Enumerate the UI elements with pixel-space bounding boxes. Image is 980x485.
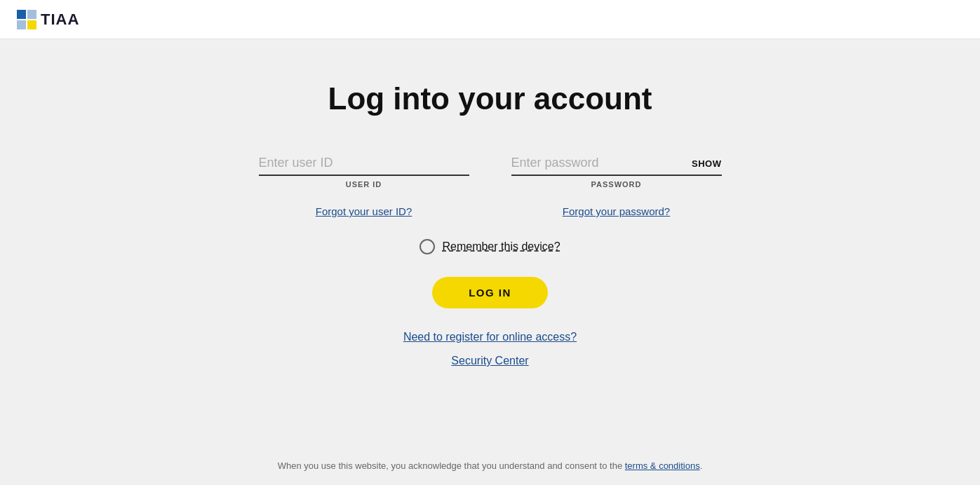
password-link-group: Forgot your password? <box>511 205 722 218</box>
forgot-password-link[interactable]: Forgot your password? <box>563 205 670 217</box>
bottom-links: Need to register for online access? Secu… <box>403 331 577 367</box>
terms-conditions-link[interactable]: terms & conditions <box>625 460 700 471</box>
logo: TIAA <box>17 10 79 29</box>
footer: When you use this website, you acknowled… <box>0 446 980 485</box>
tiaa-logo-icon <box>17 10 36 29</box>
password-input-wrapper: SHOW <box>511 151 722 176</box>
userid-input[interactable] <box>259 151 469 176</box>
userid-label: USER ID <box>259 180 469 189</box>
links-row: Forgot your user ID? Forgot your passwor… <box>259 205 722 218</box>
forgot-userid-link[interactable]: Forgot your user ID? <box>316 205 412 217</box>
userid-input-wrapper <box>259 151 469 176</box>
page-title: Log into your account <box>328 81 652 116</box>
show-password-button[interactable]: SHOW <box>692 158 721 169</box>
svg-rect-0 <box>17 10 26 19</box>
remember-device-label[interactable]: Remember this device? <box>442 240 560 253</box>
password-field-group: SHOW PASSWORD <box>511 151 722 189</box>
remember-device-checkbox[interactable] <box>419 239 435 254</box>
fields-row: USER ID SHOW PASSWORD <box>259 151 722 189</box>
password-input[interactable] <box>511 151 722 176</box>
login-form: USER ID SHOW PASSWORD Forgot your user I… <box>0 151 980 331</box>
svg-rect-2 <box>17 20 26 29</box>
userid-link-group: Forgot your user ID? <box>259 205 469 218</box>
userid-field-group: USER ID <box>259 151 469 189</box>
login-button[interactable]: LOG IN <box>432 277 548 308</box>
register-link[interactable]: Need to register for online access? <box>403 331 577 343</box>
logo-text: TIAA <box>41 11 79 29</box>
svg-rect-3 <box>27 20 36 29</box>
security-center-link[interactable]: Security Center <box>451 355 528 367</box>
header: TIAA <box>0 0 980 39</box>
remember-row: Remember this device? <box>419 239 560 254</box>
footer-text-before: When you use this website, you acknowled… <box>278 460 625 471</box>
password-label: PASSWORD <box>511 180 722 189</box>
footer-text-after: . <box>700 460 703 471</box>
svg-rect-1 <box>27 10 36 19</box>
main-content: Log into your account USER ID SHOW PASSW… <box>0 39 980 409</box>
